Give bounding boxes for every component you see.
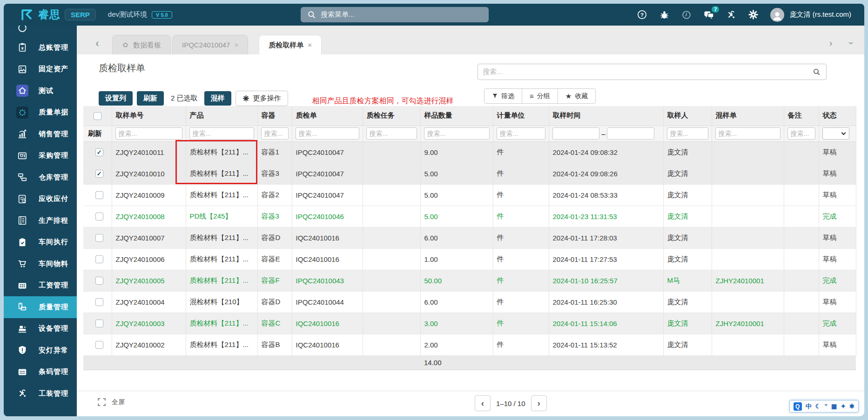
- column-filter-input-质检任务[interactable]: [366, 127, 417, 140]
- menu-search-input[interactable]: 搜索菜单...: [301, 7, 489, 22]
- sidebar-item-质量单据[interactable]: 质量单据: [4, 102, 77, 124]
- sidebar-item-固定资产[interactable]: 固定资产: [4, 59, 77, 80]
- status-filter-select[interactable]: [822, 127, 849, 140]
- row-checkbox[interactable]: [95, 277, 103, 285]
- column-filter-input-备注[interactable]: [787, 127, 815, 140]
- tab-list-dropdown-icon[interactable]: ›: [846, 41, 857, 45]
- sidebar-item-工资管理[interactable]: 工资管理: [4, 275, 77, 297]
- sidebar-item-采购管理[interactable]: 采购管理: [4, 145, 77, 167]
- ime-option-icon[interactable]: ✱: [849, 403, 855, 410]
- ime-option-icon[interactable]: ▦: [831, 403, 837, 410]
- list-search-input[interactable]: 搜索...: [478, 64, 827, 80]
- sidebar-item-质量管理[interactable]: 质量管理: [4, 296, 77, 318]
- table-row-ZJQY24010006[interactable]: ZJQY24010006质检材料【211】...容器EIQC240100161.…: [83, 248, 856, 270]
- sidebar-item-工装管理[interactable]: 工装管理: [4, 383, 77, 405]
- column-filter-input-产品[interactable]: [189, 127, 254, 140]
- sidebar-item-安灯异常[interactable]: 安灯异常: [4, 340, 77, 361]
- cell-备注: [784, 184, 819, 206]
- refresh-button[interactable]: 刷新: [137, 91, 164, 106]
- close-icon[interactable]: ×: [234, 36, 238, 54]
- column-filter-input-容器[interactable]: [261, 127, 289, 140]
- table-row-ZJQY24010011[interactable]: ZJQY24010011质检材料【211】...容器1IPQC240100479…: [83, 141, 856, 163]
- sidebar-item-条码管理[interactable]: 条码管理: [4, 361, 77, 383]
- user-avatar[interactable]: [770, 8, 784, 22]
- sidebar-item-设备管理[interactable]: 设备管理: [4, 318, 77, 340]
- select-all-checkbox[interactable]: [94, 112, 101, 120]
- cell-质检单: IQC24010016: [292, 248, 363, 270]
- settings-gear-icon[interactable]: [748, 9, 759, 20]
- close-icon[interactable]: ×: [308, 36, 312, 54]
- column-filter-input-样品数量[interactable]: [424, 127, 490, 140]
- cell-取样人: M马: [663, 270, 712, 291]
- sidebar-item-生产排程[interactable]: 生产排程: [4, 210, 77, 232]
- more-actions-button[interactable]: 更多操作: [236, 91, 288, 106]
- help-icon[interactable]: [637, 9, 647, 20]
- tools-icon[interactable]: [726, 10, 736, 20]
- funnel-icon: [492, 93, 498, 99]
- set-columns-button[interactable]: 设置列: [99, 91, 133, 106]
- row-checkbox[interactable]: [95, 148, 103, 156]
- cell-质检单: IPQC24010046: [292, 206, 363, 227]
- cell-取样时间: 2024-01-11 15:14:06: [549, 313, 663, 334]
- row-checkbox[interactable]: [95, 234, 103, 242]
- tab-scroll-right-icon[interactable]: ›: [829, 38, 833, 48]
- table-row-ZJQY24010002[interactable]: ZJQY24010002质检材料【211】...容器BIQC240100162.…: [83, 334, 856, 355]
- next-page-button[interactable]: ›: [531, 395, 547, 411]
- row-checkbox[interactable]: [95, 170, 103, 178]
- favorite-button[interactable]: ★ 收藏: [558, 88, 596, 104]
- refresh-link[interactable]: 刷新: [83, 126, 112, 141]
- row-checkbox[interactable]: [95, 191, 103, 199]
- table-row-ZJQY24010009[interactable]: ZJQY24010009质检材料【211】...容器2IPQC240100475…: [83, 184, 856, 206]
- row-checkbox[interactable]: [95, 320, 103, 327]
- ime-option-icon[interactable]: ✦: [841, 403, 846, 410]
- row-checkbox[interactable]: [95, 341, 103, 349]
- column-filter-input-计量单位[interactable]: [497, 127, 545, 140]
- table-row-ZJQY24010003[interactable]: ZJQY24010003质检材料【211】...容器CIQC240100163.…: [83, 313, 856, 334]
- table-row-ZJQY24010007[interactable]: ZJQY24010007质检材料【211】...容器DIQC240100166.…: [83, 227, 856, 248]
- column-filter-input-取样单号[interactable]: [115, 127, 182, 140]
- column-filter-input-质检单[interactable]: [296, 127, 359, 140]
- table-row-ZJQY24010004[interactable]: ZJQY24010004混检材料【210】容器DIPQC240100446.00…: [83, 291, 856, 313]
- user-name[interactable]: 庞文清 (rs.test.com): [789, 10, 851, 19]
- filter-button[interactable]: 筛选: [484, 88, 522, 104]
- sidebar-item-应收应付[interactable]: 应收应付: [4, 188, 77, 210]
- ime-toolbar[interactable]: Q 中☾”▦✦✱: [789, 400, 859, 413]
- bug-report-icon[interactable]: [659, 9, 670, 20]
- date-to-input[interactable]: [607, 127, 654, 140]
- history-clock-icon[interactable]: [681, 10, 692, 20]
- date-from-input[interactable]: [552, 127, 600, 140]
- sidebar-item-车间物料[interactable]: 车间物料: [4, 253, 77, 275]
- ime-logo-icon[interactable]: Q: [794, 402, 802, 411]
- sidebar-item-总账管理[interactable]: 总账管理: [4, 37, 77, 59]
- messages-icon[interactable]: 7: [703, 9, 714, 20]
- column-filter-input-取样人[interactable]: [667, 127, 708, 140]
- ime-option-icon[interactable]: 中: [806, 402, 812, 411]
- ime-option-icon[interactable]: ☾: [815, 403, 821, 410]
- mix-sample-button[interactable]: 混样: [204, 91, 231, 106]
- prev-page-button[interactable]: ‹: [475, 395, 491, 411]
- tab-质检取样单[interactable]: 质检取样单×: [259, 35, 322, 54]
- row-checkbox[interactable]: [95, 213, 103, 220]
- sidebar-item-测试[interactable]: 测试: [4, 80, 77, 102]
- group-by-button[interactable]: ≡ 分组: [522, 88, 558, 104]
- barcode-icon: [16, 366, 28, 378]
- row-checkbox[interactable]: [95, 255, 103, 263]
- sidebar-item-partial[interactable]: [4, 26, 77, 37]
- quality-icon: [16, 301, 28, 313]
- table-row-ZJQY24010010[interactable]: ZJQY24010010质检材料【211】...容器3IPQC240100475…: [83, 163, 856, 184]
- fullscreen-button[interactable]: 全屏: [97, 398, 125, 407]
- ime-option-icon[interactable]: ”: [824, 403, 828, 410]
- sidebar: 总账管理固定资产测试质量单据销售管理采购管理仓库管理应收应付生产排程车间执行车间…: [4, 26, 77, 416]
- cell-取样时间: 2024-01-24 08:53:33: [549, 184, 663, 206]
- sidebar-item-仓库管理[interactable]: 仓库管理: [4, 167, 77, 188]
- tab-IPQC24010047[interactable]: IPQC24010047×: [172, 35, 248, 54]
- column-filter-input-混样单[interactable]: [715, 127, 781, 140]
- column-header-状态: 状态: [819, 106, 856, 126]
- table-row-ZJQY24010008[interactable]: ZJQY24010008PD线【245】容器3IPQC240100465.00件…: [83, 206, 856, 227]
- row-checkbox[interactable]: [95, 298, 103, 306]
- table-row-ZJQY24010005[interactable]: ZJQY24010005质检材料【211】...容器FIPQC240100435…: [83, 270, 856, 291]
- sidebar-item-销售管理[interactable]: 销售管理: [4, 123, 77, 145]
- tab-数据看板[interactable]: 数据看板: [112, 35, 171, 54]
- sidebar-item-车间执行[interactable]: 车间执行: [4, 232, 77, 253]
- tab-scroll-left-icon[interactable]: ‹: [95, 37, 99, 50]
